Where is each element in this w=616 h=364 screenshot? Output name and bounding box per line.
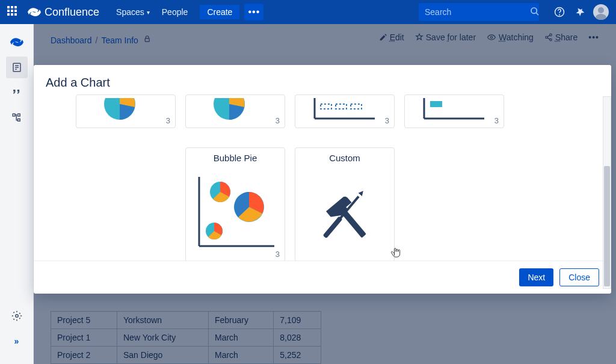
card-title: Custom (295, 148, 394, 164)
brand-name: Confluence (45, 6, 99, 19)
search-input[interactable] (425, 7, 530, 17)
scrollbar[interactable] (603, 96, 611, 289)
more-button[interactable]: ••• (244, 4, 263, 20)
sidebar-quote-icon[interactable] (6, 82, 28, 103)
svg-point-3 (559, 14, 560, 15)
modal-body: 3 3 3 3 (34, 94, 611, 261)
top-navigation: Confluence Spaces ▾ People Create ••• (0, 0, 616, 24)
svg-marker-37 (359, 189, 365, 196)
svg-rect-10 (17, 119, 20, 122)
svg-rect-9 (17, 114, 20, 116)
left-sidebar: » (0, 24, 34, 364)
card-count: 3 (276, 250, 280, 259)
modal-title: Add a Chart (34, 65, 611, 94)
svg-rect-28 (430, 101, 442, 107)
chart-type-card[interactable]: 3 (404, 94, 504, 128)
sidebar-confluence-icon[interactable] (6, 31, 28, 53)
notifications-icon[interactable] (571, 4, 588, 20)
search-icon[interactable] (530, 7, 540, 18)
chart-type-card[interactable]: 3 (76, 94, 176, 128)
nav-spaces[interactable]: Spaces ▾ (116, 7, 150, 17)
scrollbar-thumb[interactable] (604, 166, 610, 286)
modal-footer: Next Close (34, 261, 611, 294)
svg-rect-23 (321, 104, 331, 109)
add-chart-modal: Add a Chart 3 3 3 (34, 65, 611, 294)
brand-logo[interactable]: Confluence (28, 5, 99, 19)
chart-type-card[interactable]: 3 (185, 94, 285, 128)
card-count: 3 (276, 116, 280, 125)
sidebar-page-icon[interactable] (6, 57, 28, 78)
nav-people[interactable]: People (162, 7, 188, 17)
card-title: Bubble Pie (186, 148, 285, 164)
help-icon[interactable] (551, 4, 568, 20)
apps-switcher-icon[interactable] (7, 6, 19, 18)
chevron-down-icon: ▾ (147, 9, 150, 16)
create-button[interactable]: Create (200, 5, 239, 19)
svg-line-1 (536, 13, 538, 15)
card-count: 3 (494, 116, 499, 125)
next-button[interactable]: Next (519, 268, 553, 286)
svg-rect-24 (336, 104, 346, 109)
sidebar-expand-icon[interactable]: » (6, 330, 28, 352)
chart-type-custom[interactable]: Custom (295, 147, 395, 261)
card-count: 3 (166, 116, 170, 125)
svg-rect-25 (351, 104, 362, 109)
sidebar-tree-icon[interactable] (6, 107, 28, 129)
svg-rect-35 (323, 216, 343, 238)
svg-point-11 (15, 315, 18, 318)
sidebar-settings-icon[interactable] (6, 305, 28, 327)
chart-type-bubble-pie[interactable]: Bubble Pie 3 (185, 147, 285, 261)
svg-rect-8 (13, 114, 15, 116)
chart-type-card[interactable]: 3 (295, 94, 395, 128)
confluence-icon (28, 5, 41, 19)
card-count: 3 (385, 116, 389, 125)
close-button[interactable]: Close (559, 268, 599, 286)
svg-point-0 (531, 8, 537, 13)
user-avatar[interactable] (593, 4, 609, 20)
search-field[interactable] (419, 3, 539, 21)
